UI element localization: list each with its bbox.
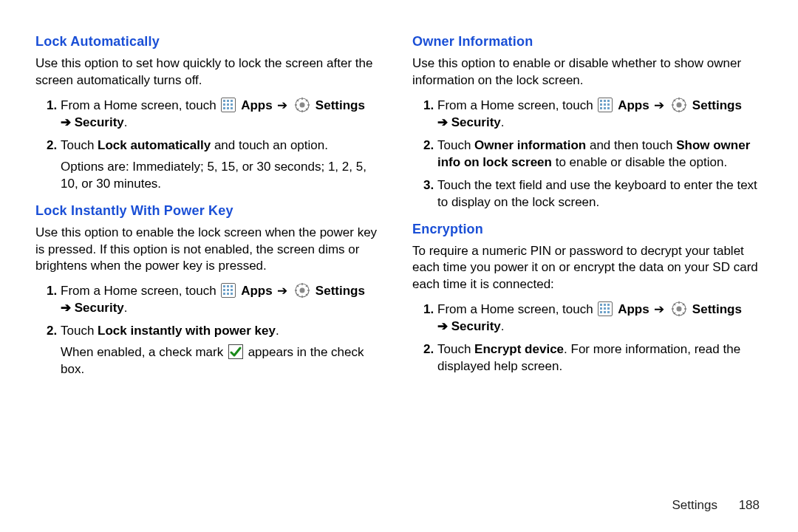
text: and touch an option. (211, 138, 328, 152)
svg-point-48 (677, 102, 682, 107)
svg-rect-41 (600, 103, 602, 106)
step: Touch Lock instantly with power key. Whe… (61, 323, 386, 378)
apps-icon (221, 283, 236, 298)
footer-section: Settings (672, 498, 717, 512)
bold: Encrypt device (474, 342, 564, 356)
period: . (124, 301, 128, 315)
text: and then touch (586, 138, 676, 152)
step: From a Home screen, touch Apps ➔ (61, 97, 386, 132)
svg-rect-23 (227, 289, 229, 291)
text: to enable or disable the option. (552, 155, 727, 169)
svg-rect-40 (607, 100, 610, 102)
period: . (124, 115, 128, 129)
security-label: ➔ Security (61, 301, 124, 315)
svg-rect-27 (231, 293, 233, 295)
intro-lock-instantly: Use this option to enable the lock scree… (35, 225, 386, 276)
arrow-icon: ➔ (654, 301, 664, 318)
svg-rect-4 (227, 103, 229, 106)
svg-rect-57 (600, 304, 602, 306)
intro-encryption: To require a numeric PIN or password to … (412, 243, 763, 294)
heading-lock-automatically: Lock Automatically (35, 34, 386, 50)
svg-rect-2 (231, 100, 233, 102)
text: Touch (437, 342, 474, 356)
apps-icon (598, 98, 613, 112)
sub-text: When enabled, a check mark appears in th… (61, 344, 386, 378)
sub-text: Options are: Immediately; 5, 15, or 30 s… (61, 159, 386, 193)
arrow-icon: ➔ (277, 98, 287, 115)
svg-rect-61 (604, 307, 606, 310)
steps-encryption: From a Home screen, touch Apps ➔ (412, 301, 763, 375)
step: Touch Lock automatically and touch an op… (61, 137, 386, 193)
svg-rect-7 (227, 107, 229, 109)
period: . (501, 115, 505, 129)
text: From a Home screen, touch (61, 98, 219, 112)
period: . (276, 324, 279, 338)
heading-lock-instantly: Lock Instantly With Power Key (35, 203, 386, 219)
steps-lock-automatically: From a Home screen, touch Apps ➔ (35, 97, 386, 193)
svg-rect-60 (600, 307, 602, 310)
settings-label: Settings (316, 98, 365, 112)
step: Touch Owner information and then touch S… (437, 137, 763, 171)
security-label: ➔ Security (437, 319, 501, 333)
svg-rect-24 (231, 289, 233, 291)
intro-owner-info: Use this option to enable or disable whe… (412, 55, 763, 89)
period: . (501, 319, 505, 333)
svg-rect-20 (227, 285, 229, 287)
footer-page-number: 188 (739, 498, 760, 512)
left-column: Lock Automatically Use this option to se… (35, 30, 386, 473)
svg-rect-25 (223, 293, 225, 295)
step: Touch Encrypt device. For more informati… (437, 341, 763, 375)
svg-rect-62 (607, 307, 610, 310)
page-footer: Settings 188 (672, 498, 760, 513)
apps-label: Apps (241, 284, 273, 298)
svg-rect-63 (600, 311, 602, 313)
svg-rect-65 (607, 311, 610, 313)
svg-rect-3 (223, 103, 225, 106)
step: Touch the text field and use the keyboar… (437, 177, 763, 211)
apps-label: Apps (618, 302, 649, 316)
svg-rect-46 (607, 107, 610, 109)
text: Touch (61, 324, 98, 338)
svg-rect-58 (604, 304, 606, 306)
settings-label: Settings (316, 284, 365, 298)
intro-lock-automatically: Use this option to set how quickly to lo… (35, 55, 386, 89)
step: From a Home screen, touch Apps ➔ (437, 97, 763, 132)
settings-icon (294, 282, 310, 299)
svg-rect-42 (604, 103, 606, 106)
svg-point-10 (300, 102, 305, 107)
svg-rect-26 (227, 293, 229, 295)
step: From a Home screen, touch Apps ➔ (437, 301, 763, 335)
checkmark-icon (228, 344, 243, 359)
settings-icon (671, 97, 687, 113)
text: From a Home screen, touch (437, 98, 596, 112)
svg-rect-21 (231, 285, 233, 287)
svg-rect-38 (600, 100, 602, 102)
svg-rect-0 (223, 100, 225, 102)
bold: Lock automatically (98, 138, 211, 152)
svg-rect-6 (223, 107, 225, 109)
settings-label: Settings (692, 302, 742, 316)
steps-lock-instantly: From a Home screen, touch Apps ➔ (35, 282, 386, 378)
text: Touch (437, 138, 474, 152)
settings-icon (294, 97, 310, 113)
svg-rect-1 (227, 100, 229, 102)
text: When enabled, a check mark (61, 345, 227, 359)
svg-rect-22 (223, 289, 225, 291)
text: From a Home screen, touch (437, 302, 596, 316)
svg-rect-5 (231, 103, 233, 106)
svg-rect-39 (604, 100, 606, 102)
heading-owner-info: Owner Information (412, 34, 763, 50)
svg-point-29 (300, 288, 305, 293)
security-label: ➔ Security (61, 115, 124, 129)
svg-point-67 (677, 307, 682, 312)
arrow-icon: ➔ (277, 283, 287, 300)
apps-label: Apps (241, 98, 273, 112)
bold: Owner information (474, 138, 586, 152)
text: From a Home screen, touch (61, 284, 219, 298)
apps-icon (221, 98, 236, 112)
svg-rect-45 (604, 107, 606, 109)
arrow-icon: ➔ (654, 98, 664, 115)
apps-label: Apps (618, 98, 649, 112)
settings-label: Settings (692, 98, 742, 112)
svg-rect-44 (600, 107, 602, 109)
